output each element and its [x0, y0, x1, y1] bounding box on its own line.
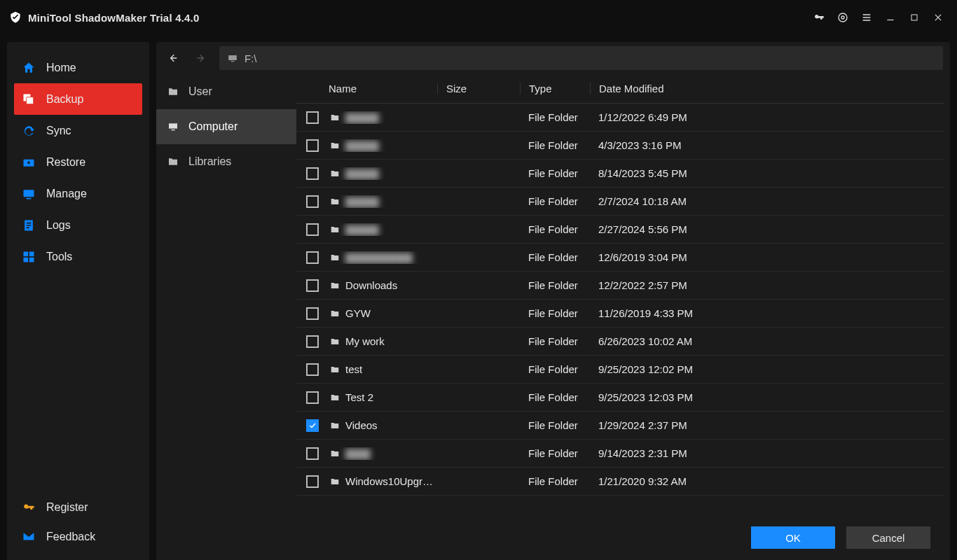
row-type-cell: File Folder — [520, 307, 590, 319]
row-date-cell: 9/25/2023 12:03 PM — [590, 391, 762, 403]
register-link[interactable]: Register — [7, 493, 149, 522]
folder-icon — [329, 281, 341, 290]
sidebar-item-home[interactable]: Home — [7, 52, 149, 83]
row-checkbox[interactable] — [306, 167, 319, 180]
row-date-cell: 1/29/2024 2:37 PM — [590, 419, 762, 431]
help-icon[interactable] — [836, 11, 849, 24]
folder-icon — [329, 337, 341, 346]
table-row[interactable]: ▇▇▇▇File Folder1/12/2022 6:49 PM — [296, 104, 944, 132]
row-checkbox[interactable] — [306, 111, 319, 124]
row-type-cell: File Folder — [520, 363, 590, 375]
row-date-cell: 11/26/2019 4:33 PM — [590, 307, 762, 319]
column-date[interactable]: Date Modified — [590, 83, 695, 94]
user-folder-icon — [166, 86, 180, 97]
row-type-cell: File Folder — [520, 167, 590, 179]
svg-rect-13 — [228, 55, 237, 60]
app-logo-icon — [8, 10, 22, 24]
sidebar-item-sync[interactable]: Sync — [7, 115, 149, 146]
table-row[interactable]: GYWFile Folder11/26/2019 4:33 PM — [296, 300, 944, 328]
cancel-button[interactable]: Cancel — [846, 526, 930, 549]
row-checkbox[interactable] — [306, 195, 319, 208]
sidebar: Home Backup Sync Restore Manage Logs — [7, 42, 149, 560]
register-key-icon[interactable] — [813, 11, 825, 24]
row-checkbox[interactable] — [306, 223, 319, 236]
path-bar[interactable]: F:\ — [219, 46, 943, 70]
table-row[interactable]: ▇▇▇▇File Folder8/14/2023 5:45 PM — [296, 160, 944, 188]
minimize-icon[interactable] — [884, 11, 897, 24]
row-type-cell: File Folder — [520, 419, 590, 431]
sidebar-item-label: Sync — [46, 125, 71, 137]
table-row[interactable]: Test 2File Folder9/25/2023 12:03 PM — [296, 384, 944, 412]
svg-rect-6 — [24, 190, 34, 197]
table-row[interactable]: ▇▇▇▇File Folder2/27/2024 5:56 PM — [296, 216, 944, 244]
sidebar-item-logs[interactable]: Logs — [7, 209, 149, 241]
location-label: Computer — [188, 120, 237, 133]
row-checkbox[interactable] — [306, 279, 319, 292]
svg-rect-11 — [24, 257, 29, 262]
row-checkbox[interactable] — [306, 447, 319, 460]
location-libraries[interactable]: Libraries — [156, 144, 296, 179]
sidebar-item-backup[interactable]: Backup — [14, 83, 142, 115]
svg-rect-12 — [29, 257, 34, 262]
app-title: MiniTool ShadowMaker Trial 4.4.0 — [28, 12, 200, 24]
row-name-cell: ▇▇▇▇▇▇▇▇ — [329, 251, 437, 264]
table-row[interactable]: My workFile Folder6/26/2023 10:02 AM — [296, 328, 944, 356]
table-row[interactable]: testFile Folder9/25/2023 12:02 PM — [296, 356, 944, 384]
column-size[interactable]: Size — [437, 83, 520, 94]
column-type[interactable]: Type — [520, 83, 590, 94]
restore-icon — [21, 155, 36, 170]
svg-rect-14 — [231, 61, 235, 62]
row-name-cell: ▇▇▇▇ — [329, 139, 437, 152]
folder-icon — [329, 421, 341, 430]
sidebar-item-label: Logs — [46, 219, 71, 232]
row-checkbox[interactable] — [306, 335, 319, 348]
nav-forward-button[interactable] — [191, 48, 211, 68]
location-computer[interactable]: Computer — [156, 109, 296, 144]
row-date-cell: 2/7/2024 10:18 AM — [590, 195, 762, 207]
sidebar-item-manage[interactable]: Manage — [7, 178, 149, 209]
row-checkbox[interactable] — [306, 139, 319, 152]
folder-icon — [329, 309, 341, 318]
ok-button[interactable]: OK — [751, 526, 835, 549]
sidebar-item-label: Backup — [46, 93, 83, 106]
table-row[interactable]: Windows10Upgr…File Folder1/21/2020 9:32 … — [296, 468, 944, 496]
row-checkbox[interactable] — [306, 251, 319, 264]
row-checkbox[interactable] — [306, 307, 319, 320]
sidebar-item-label: Tools — [46, 251, 72, 263]
feedback-link[interactable]: Feedback — [7, 522, 149, 552]
row-checkbox[interactable] — [306, 419, 319, 432]
maximize-icon[interactable] — [908, 11, 921, 24]
row-checkbox[interactable] — [306, 391, 319, 404]
sync-icon — [21, 123, 36, 139]
column-name[interactable]: Name — [329, 83, 437, 94]
table-row[interactable]: ▇▇▇▇File Folder4/3/2023 3:16 PM — [296, 132, 944, 160]
row-type-cell: File Folder — [520, 335, 590, 347]
row-date-cell: 4/3/2023 3:16 PM — [590, 139, 762, 151]
home-icon — [21, 60, 36, 76]
row-date-cell: 1/21/2020 9:32 AM — [590, 475, 762, 487]
location-user[interactable]: User — [156, 74, 296, 109]
row-type-cell: File Folder — [520, 223, 590, 235]
table-row[interactable]: ▇▇▇▇▇▇▇▇File Folder12/6/2019 3:04 PM — [296, 244, 944, 272]
nav-back-button[interactable] — [163, 48, 183, 68]
table-row[interactable]: DownloadsFile Folder12/2/2022 2:57 PM — [296, 272, 944, 300]
close-icon[interactable] — [932, 11, 944, 24]
sidebar-item-label: Manage — [46, 188, 87, 200]
row-name-cell: ▇▇▇▇ — [329, 195, 437, 208]
file-list[interactable]: ▇▇▇▇File Folder1/12/2022 6:49 PM▇▇▇▇File… — [296, 104, 944, 515]
row-type-cell: File Folder — [520, 195, 590, 207]
feedback-icon — [21, 531, 36, 543]
path-text: F:\ — [245, 52, 257, 64]
row-name-cell: ▇▇▇▇ — [329, 223, 437, 236]
row-date-cell: 6/26/2023 10:02 AM — [590, 335, 762, 347]
row-name-cell: test — [329, 363, 437, 375]
row-type-cell: File Folder — [520, 391, 590, 403]
table-row[interactable]: ▇▇▇▇File Folder2/7/2024 10:18 AM — [296, 188, 944, 216]
sidebar-item-restore[interactable]: Restore — [7, 146, 149, 178]
table-row[interactable]: VideosFile Folder1/29/2024 2:37 PM — [296, 412, 944, 440]
table-row[interactable]: ▇▇▇File Folder9/14/2023 2:31 PM — [296, 440, 944, 468]
menu-icon[interactable] — [860, 11, 873, 24]
row-checkbox[interactable] — [306, 363, 319, 376]
row-checkbox[interactable] — [306, 475, 319, 488]
sidebar-item-tools[interactable]: Tools — [7, 241, 149, 272]
